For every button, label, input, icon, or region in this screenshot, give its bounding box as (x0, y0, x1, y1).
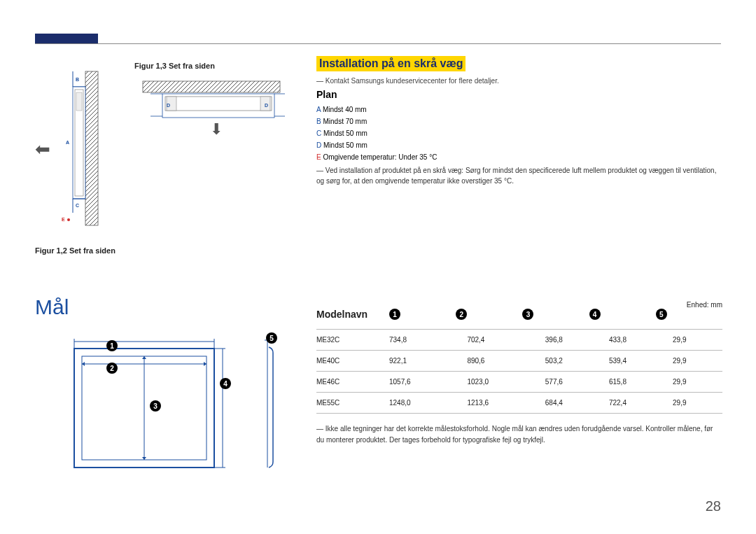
dim-badge-3: 3 (150, 400, 161, 412)
spec-c: C Mindst 50 mm (316, 129, 722, 137)
cell-model: ME55C (316, 393, 389, 414)
label-b: B (316, 118, 321, 125)
spec-b-text: Mindst 70 mm (323, 118, 367, 125)
cell-c4: 433,8 (609, 330, 673, 351)
cell-c1: 1057,6 (389, 372, 467, 393)
dim-badge-4: 4 (220, 378, 231, 389)
figure-1-2-caption: Figur 1,2 Set fra siden (35, 246, 115, 255)
svg-text:B: B (76, 77, 79, 82)
cell-c4: 615,8 (609, 372, 673, 393)
cell-c2: 890,6 (467, 351, 545, 372)
label-a: A (316, 106, 321, 113)
dim-badge-5: 5 (266, 332, 277, 344)
cell-c1: 1248,0 (389, 393, 467, 414)
page-number: 28 (706, 498, 721, 514)
table-footnote-line: ― Ikke alle tegninger har det korrekte m… (316, 423, 722, 446)
figure-1-3-caption: Figur 1,3 Set fra siden (134, 62, 215, 70)
install-note: Ved installation af produktet på en skrå… (316, 167, 716, 185)
cell-c5: 29,9 (673, 393, 722, 414)
col-badge-5: 5 (656, 309, 667, 320)
page: Figur 1,3 Set fra siden D D (0, 0, 756, 534)
svg-rect-2 (165, 97, 272, 111)
table-row: ME55C1248,01213,6684,4722,429,9 (316, 393, 722, 414)
header-rule (35, 43, 721, 44)
contact-note: ― Kontakt Samsungs kundeservicecenter fo… (316, 77, 722, 85)
contact-text: Kontakt Samsungs kundeservicecenter for … (326, 77, 499, 85)
cell-model: ME40C (316, 351, 389, 372)
spec-d: D Mindst 50 mm (316, 141, 722, 149)
table-footnote: Ikke alle tegninger har det korrekte mål… (316, 425, 713, 444)
svg-text:C: C (76, 203, 79, 208)
spec-e: E Omgivende temperatur: Under 35 °C (316, 153, 722, 161)
col-badge-3: 3 (522, 309, 533, 320)
front-view-diagram: 1 2 3 4 5 (36, 335, 253, 476)
svg-text:A: A (66, 140, 69, 145)
figure-1-2: ⬅ B A C E (35, 69, 98, 244)
table-row: ME40C922,1890,6503,2539,429,9 (316, 351, 722, 372)
svg-rect-0 (143, 81, 280, 92)
brand-accent (35, 34, 98, 43)
label-d: D (316, 141, 321, 149)
spec-c-text: Mindst 50 mm (323, 129, 368, 137)
label-e: E (316, 153, 321, 161)
spec-a-text: Mindst 40 mm (323, 106, 367, 113)
plan-heading: Plan (316, 89, 722, 100)
cell-c4: 539,4 (609, 351, 673, 372)
cell-c3: 503,2 (545, 351, 609, 372)
cell-c3: 396,8 (545, 330, 609, 351)
right-column: Installation på en skrå væg ― Kontakt Sa… (316, 56, 722, 190)
modelnavn-header: Modelnavn (316, 309, 389, 320)
col-badge-2: 2 (456, 309, 467, 320)
table-row: ME32C734,8702,4396,8433,829,9 (316, 330, 722, 351)
cell-c3: 684,4 (545, 393, 609, 414)
dim-badge-2: 2 (106, 363, 118, 374)
label-c: C (316, 129, 321, 137)
svg-rect-14 (76, 92, 82, 111)
cell-c4: 722,4 (609, 393, 673, 414)
cell-c2: 1213,6 (467, 393, 545, 414)
col-badge-4: 4 (589, 309, 601, 320)
figure-1-3-label-d-right: D (265, 103, 268, 108)
svg-point-21 (67, 218, 70, 221)
table-row: ME46C1057,61023,0577,6615,829,9 (316, 372, 722, 393)
cell-c2: 702,4 (467, 330, 545, 351)
spec-a: A Mindst 40 mm (316, 106, 722, 113)
cell-model: ME46C (316, 372, 389, 393)
down-arrow-icon: ⬇ (210, 120, 223, 139)
spec-d-text: Mindst 50 mm (323, 141, 368, 149)
figure-1-3-label-d-left: D (167, 103, 170, 108)
spec-b: B Mindst 70 mm (316, 118, 722, 125)
cell-c5: 29,9 (673, 330, 722, 351)
figure-1-3: D D ⬇ (134, 76, 288, 132)
cell-model: ME32C (316, 330, 389, 351)
cell-c1: 734,8 (389, 330, 467, 351)
install-heading: Installation på en skrå væg (316, 56, 465, 71)
cell-c5: 29,9 (673, 351, 722, 372)
cell-c5: 29,9 (673, 372, 722, 393)
maal-title: Mål (35, 295, 69, 319)
svg-rect-9 (85, 71, 98, 225)
unit-label: Enhed: mm (687, 301, 722, 309)
cell-c1: 922,1 (389, 351, 467, 372)
cell-c3: 577,6 (545, 372, 609, 393)
spec-e-text: Omgivende temperatur: Under 35 °C (323, 153, 437, 161)
cell-c2: 1023,0 (467, 372, 545, 393)
table-header: Modelnavn 1 2 3 4 5 (316, 305, 722, 323)
install-note-line: ― Ved installation af produktet på en sk… (316, 165, 722, 186)
svg-text:E: E (62, 217, 65, 222)
left-arrow-icon: ⬅ (35, 139, 50, 160)
dim-badge-1: 1 (106, 340, 118, 351)
model-section: Enhed: mm Modelnavn 1 2 3 4 5 ME32C734,8… (316, 305, 722, 450)
dimensions-table: ME32C734,8702,4396,8433,829,9ME40C922,18… (316, 329, 722, 414)
col-badge-1: 1 (389, 309, 400, 320)
